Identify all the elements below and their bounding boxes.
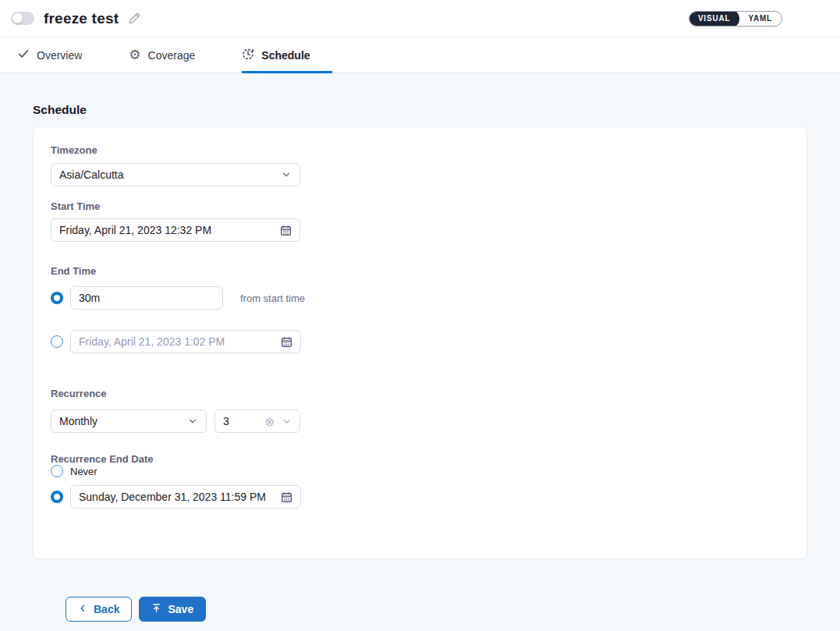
- schedule-clock-icon: [242, 48, 254, 62]
- back-label: Back: [94, 603, 119, 615]
- check-icon: [17, 48, 30, 62]
- schedule-page: freeze test VISUAL YAML Overview ⚙ Cover…: [0, 0, 840, 631]
- page-header: freeze test VISUAL YAML: [0, 0, 840, 37]
- page-title: freeze test: [44, 10, 119, 27]
- freeze-enable-toggle[interactable]: [11, 12, 34, 25]
- tab-bar: Overview ⚙ Coverage Schedule: [0, 37, 840, 73]
- recurrence-label: Recurrence: [51, 388, 789, 399]
- duration-suffix: from start time: [240, 292, 305, 304]
- back-button[interactable]: Back: [66, 597, 132, 622]
- recurrence-end-never-option: Never: [51, 465, 789, 477]
- duration-radio[interactable]: [51, 292, 63, 304]
- edit-pencil-icon[interactable]: [128, 12, 141, 25]
- never-radio[interactable]: [51, 465, 63, 477]
- chevron-left-icon: [78, 603, 87, 615]
- visual-yaml-toggle: VISUAL YAML: [689, 11, 782, 27]
- visual-mode-button[interactable]: VISUAL: [689, 11, 739, 27]
- save-button[interactable]: Save: [139, 597, 206, 622]
- start-time-field: [51, 218, 300, 242]
- duration-input[interactable]: [79, 292, 214, 304]
- gear-icon: ⚙: [129, 48, 140, 62]
- timezone-value: Asia/Calcutta: [59, 168, 123, 181]
- recurrence-end-date-radio[interactable]: [51, 491, 63, 503]
- end-date-field: [70, 330, 301, 353]
- section-heading: Schedule: [33, 103, 807, 117]
- tab-coverage[interactable]: ⚙ Coverage: [129, 37, 206, 73]
- tab-label: Coverage: [148, 49, 196, 62]
- calendar-icon[interactable]: [281, 336, 292, 348]
- tab-label: Overview: [37, 49, 82, 62]
- end-time-date-option: [51, 330, 789, 353]
- tab-overview[interactable]: Overview: [17, 37, 93, 73]
- upload-arrow-icon: [151, 603, 161, 615]
- timezone-select[interactable]: Asia/Calcutta: [51, 163, 300, 186]
- tab-schedule[interactable]: Schedule: [242, 37, 321, 73]
- end-time-label: End Time: [51, 265, 789, 277]
- recurrence-end-date-input[interactable]: [79, 491, 281, 503]
- recurrence-type-select[interactable]: Monthly: [51, 409, 207, 433]
- start-time-input[interactable]: [59, 224, 280, 236]
- timezone-label: Timezone: [51, 144, 789, 156]
- calendar-icon[interactable]: [280, 225, 292, 236]
- chevron-down-icon: [187, 416, 198, 427]
- recurrence-count-input[interactable]: [223, 415, 264, 427]
- recurrence-end-label: Recurrence End Date: [51, 453, 789, 465]
- duration-field: [70, 286, 223, 310]
- recurrence-row: Monthly ⊗: [51, 409, 789, 433]
- calendar-icon[interactable]: [281, 491, 292, 503]
- chevron-down-icon: [281, 169, 292, 180]
- footer-actions: Back Save: [33, 559, 807, 622]
- clear-icon[interactable]: ⊗: [264, 416, 275, 427]
- recurrence-end-date-option: [51, 485, 789, 509]
- recurrence-end-date-field: [70, 485, 301, 509]
- never-label: Never: [70, 466, 97, 477]
- recurrence-count-combobox: ⊗: [214, 409, 300, 433]
- main-content: Schedule Timezone Asia/Calcutta Start Ti…: [0, 73, 840, 622]
- start-time-label: Start Time: [51, 200, 789, 212]
- end-date-input[interactable]: [79, 335, 281, 348]
- end-date-radio[interactable]: [51, 335, 63, 348]
- schedule-form-card: Timezone Asia/Calcutta Start Time End Ti…: [33, 126, 807, 559]
- recurrence-type-value: Monthly: [59, 415, 97, 427]
- yaml-mode-button[interactable]: YAML: [739, 11, 782, 27]
- chevron-down-icon[interactable]: [282, 417, 292, 427]
- toggle-knob: [12, 13, 23, 23]
- tab-label: Schedule: [261, 49, 310, 62]
- save-label: Save: [168, 603, 193, 615]
- end-time-duration-option: from start time: [51, 286, 789, 310]
